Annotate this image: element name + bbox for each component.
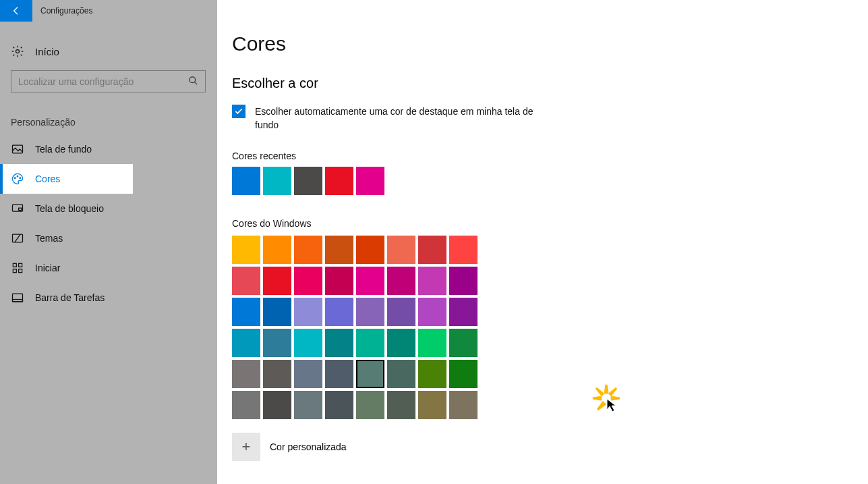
color-swatch[interactable] (418, 298, 446, 326)
windows-color-grid (232, 236, 868, 419)
color-swatch[interactable] (294, 298, 322, 326)
search-input[interactable] (18, 76, 187, 87)
check-icon (234, 107, 243, 116)
color-swatch[interactable] (232, 391, 260, 419)
color-swatch[interactable] (325, 329, 353, 357)
sidebar-item-temas[interactable]: Temas (0, 223, 133, 253)
sidebar-home[interactable]: Início (0, 38, 217, 65)
color-swatch[interactable] (356, 167, 384, 195)
color-swatch[interactable] (325, 391, 353, 419)
sidebar-item-barra-de-tarefas[interactable]: Barra de Tarefas (0, 283, 133, 313)
recent-colors-label: Cores recentes (232, 151, 868, 161)
color-swatch[interactable] (325, 167, 353, 195)
color-swatch[interactable] (263, 360, 291, 388)
color-swatch[interactable] (294, 167, 322, 195)
color-swatch[interactable] (418, 267, 446, 295)
color-swatch[interactable] (387, 329, 415, 357)
sidebar-item-label: Cores (35, 173, 60, 184)
color-swatch[interactable] (325, 298, 353, 326)
svg-point-0 (16, 50, 20, 53)
color-swatch[interactable] (325, 236, 353, 264)
color-swatch[interactable] (449, 391, 478, 419)
color-swatch[interactable] (263, 236, 291, 264)
color-swatch[interactable] (418, 329, 446, 357)
color-swatch[interactable] (294, 267, 322, 295)
back-button[interactable] (0, 0, 32, 22)
svg-rect-10 (19, 263, 22, 267)
color-swatch[interactable] (387, 236, 415, 264)
color-swatch[interactable] (418, 360, 446, 388)
color-swatch[interactable] (294, 360, 322, 388)
color-swatch[interactable] (232, 298, 260, 326)
color-swatch[interactable] (418, 391, 446, 419)
svg-rect-7 (19, 208, 22, 210)
auto-accent-checkbox[interactable] (232, 105, 245, 118)
color-swatch[interactable] (418, 236, 446, 264)
sidebar-item-cores[interactable]: Cores (0, 164, 133, 194)
color-swatch[interactable] (449, 329, 478, 357)
color-swatch[interactable] (232, 360, 260, 388)
palette-icon (11, 172, 24, 186)
sidebar-item-iniciar[interactable]: Iniciar (0, 253, 133, 283)
color-swatch[interactable] (263, 329, 291, 357)
sidebar-item-label: Tela de bloqueio (35, 203, 104, 214)
svg-point-4 (17, 176, 18, 177)
svg-rect-9 (13, 263, 16, 267)
color-swatch[interactable] (263, 298, 291, 326)
start-icon (11, 261, 24, 275)
windows-colors-label: Cores do Windows (232, 218, 868, 229)
color-swatch[interactable] (356, 236, 384, 264)
color-swatch[interactable] (263, 167, 291, 195)
arrow-left-icon (11, 5, 22, 16)
color-swatch[interactable] (232, 267, 260, 295)
taskbar-icon (11, 291, 24, 304)
sidebar-category: Personalização (0, 92, 217, 134)
svg-point-3 (14, 178, 16, 179)
color-swatch[interactable] (356, 267, 384, 295)
titlebar: Configurações (0, 0, 217, 22)
svg-rect-11 (13, 269, 16, 273)
gear-icon (11, 45, 24, 58)
sidebar-item-label: Tela de fundo (35, 144, 92, 155)
sidebar: Configurações Início Personalização Tela… (0, 0, 217, 484)
color-swatch[interactable] (294, 329, 322, 357)
app-title: Configurações (32, 6, 92, 16)
themes-icon (11, 232, 24, 245)
color-swatch[interactable] (232, 236, 260, 264)
main-panel: Cores Escolher a cor Escolher automatica… (217, 0, 868, 484)
color-swatch[interactable] (387, 360, 415, 388)
color-swatch[interactable] (449, 360, 478, 388)
color-swatch[interactable] (232, 167, 260, 195)
color-swatch[interactable] (263, 267, 291, 295)
color-swatch[interactable] (449, 267, 478, 295)
search-box[interactable] (11, 70, 206, 92)
color-swatch[interactable] (356, 391, 384, 419)
sidebar-item-tela-de-fundo[interactable]: Tela de fundo (0, 134, 133, 164)
color-swatch[interactable] (232, 329, 260, 357)
color-swatch[interactable] (387, 267, 415, 295)
color-swatch[interactable] (325, 360, 353, 388)
color-swatch[interactable] (356, 298, 384, 326)
custom-color-button[interactable]: + (232, 433, 260, 461)
sidebar-item-label: Barra de Tarefas (35, 292, 105, 303)
color-swatch[interactable] (356, 329, 384, 357)
color-swatch[interactable] (387, 298, 415, 326)
color-swatch[interactable] (387, 391, 415, 419)
color-swatch[interactable] (449, 236, 478, 264)
color-swatch[interactable] (356, 360, 384, 388)
picture-icon (11, 142, 24, 156)
recent-color-swatches (232, 167, 502, 195)
color-swatch[interactable] (263, 391, 291, 419)
page-title: Cores (232, 32, 868, 55)
color-swatch[interactable] (294, 236, 322, 264)
color-swatch[interactable] (449, 298, 478, 326)
custom-color-label: Cor personalizada (270, 441, 347, 452)
color-swatch[interactable] (294, 391, 322, 419)
search-icon (188, 76, 198, 88)
svg-rect-12 (19, 269, 22, 273)
svg-rect-14 (13, 300, 23, 302)
plus-icon: + (242, 438, 251, 456)
auto-accent-label: Escolher automaticamente uma cor de dest… (255, 105, 542, 132)
sidebar-item-tela-de-bloqueio[interactable]: Tela de bloqueio (0, 194, 133, 223)
color-swatch[interactable] (325, 267, 353, 295)
